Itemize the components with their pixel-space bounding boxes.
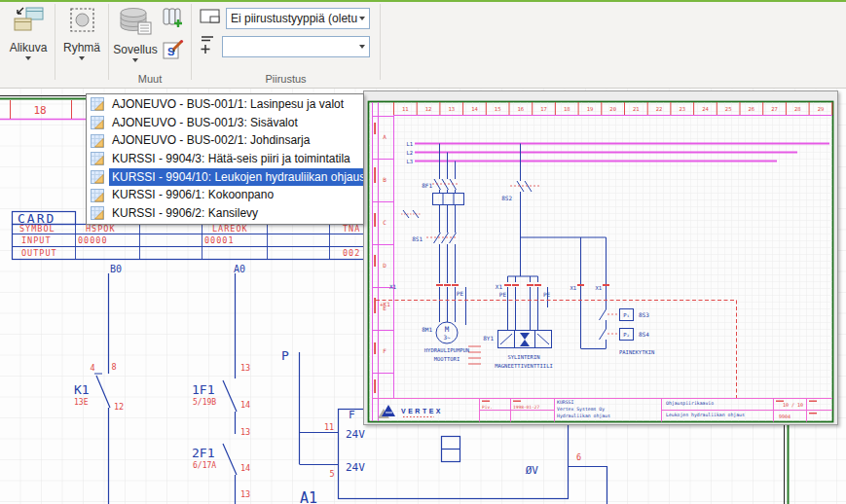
titleblock-title: Leukojen hydrauliikan ohjaus [666,413,745,417]
drawing-document-icon [91,189,104,202]
card-cell: INPUT [21,235,52,245]
edit-script-button[interactable]: S [160,39,185,64]
titleblock-company: Hydrauliikan ohjaus [557,414,610,418]
preview-ruler-number: 20 [609,106,616,112]
motor-caption: HYDRAULIPUMPUN [424,347,469,353]
accent-line [0,0,846,2]
preview-ruler-number: 21 [633,106,640,112]
component-label-8f1: 8F1 [422,182,432,189]
group-caption-muut: Muut [111,73,189,85]
alikuva-button-label: Alikuva [10,41,48,54]
pressure-symbol-p1: P₁ [623,312,630,318]
list-item[interactable]: AJONEUVO - BUS-001/1: Lasinpesu ja valot [87,95,363,114]
preview-ruler-number: 29 [818,106,825,112]
list-item[interactable]: KURSSI - 9906/1: Kokoonpano [87,186,363,204]
terminal-number: 6 [576,452,581,462]
titleblock-date: 1998-01-27 [513,405,539,410]
terminal-number: 14 [240,400,250,410]
preview-ruler-number: 12 [425,106,432,112]
titleblock-company: KURSSI [557,400,573,405]
pe-label: PE [457,290,464,297]
terminal-number: 13 [240,489,250,499]
motor-symbol-m: M [445,325,450,334]
drawing-preview-popup[interactable]: 11121314151617181920212223242526272829 A… [363,90,838,425]
contact-label-1f1: 1F1 [192,382,214,397]
drawing-document-icon [91,152,104,165]
preview-ruler-number: 14 [471,106,478,112]
terminal-number: 12 [114,402,124,412]
group-separator [380,4,381,80]
sovellus-button-label: Sovellus [113,43,157,56]
terminal-number: 8 [111,362,116,372]
list-item[interactable]: KURSSI - 9904/10: Leukojen hydrauliikan … [87,168,363,187]
contact-label-k1: K1 [74,382,90,397]
preview-ruler-number: 18 [564,106,570,112]
bus-label: L3 [406,159,413,164]
drawing-combobox[interactable] [222,36,370,57]
row-letter: C [383,219,386,226]
preview-ruler-number: 13 [448,106,455,112]
supply-label-24v: 24V [346,461,365,474]
pressure-symbol-p2: P₂ [623,332,630,338]
drawing-document-icon [91,134,104,148]
preview-ruler-number: 19 [587,106,594,112]
drawing-sheet-icon [200,9,221,28]
card-cell: HSPOK [86,224,116,234]
alikuva-button[interactable]: Alikuva [4,0,53,60]
preview-ruler-number: 25 [725,106,732,112]
list-item[interactable]: AJONEUVO - BUS-002/1: Johdinsarja [87,131,363,150]
component-label-8s2: 8S2 [501,195,512,201]
add-database-icon [161,7,184,34]
valve-caption: SYLINTERIN [507,354,539,360]
drawing-select-list: AJONEUVO - BUS-001/1: Lasinpesu ja valot… [86,93,364,225]
chevron-down-icon [132,58,138,62]
list-item-label: AJONEUVO - BUS-001/1: Lasinpesu ja valot [109,95,363,113]
ribbon-group-alikuva: Alikuva [4,0,53,86]
add-line-icon [200,34,217,59]
terminal-strip-label: X1 [389,283,397,290]
card-cell: LAREOK [212,224,248,234]
group-selection-icon [67,6,96,39]
component-label-8s3: 8S3 [639,311,649,318]
preview-ruler-number: 11 [402,106,409,112]
list-item[interactable]: KURSSI - 9904/3: Hätä-seis piiri ja toim… [87,150,363,168]
pressure-caption: PAINEKYTKIN [619,349,654,355]
enclosure-label: +K1 [380,301,390,307]
edit-script-icon: S [161,38,184,65]
contact-label-2f1: 2F1 [192,446,214,460]
preview-ruler-number: 24 [702,106,709,112]
list-item[interactable]: AJONEUVO - BUS-001/3: Sisävalot [87,114,363,132]
terminal-number: 13 [240,363,250,373]
list-item[interactable]: KURSSI - 9906/2: Kansilevy [87,204,363,223]
supply-label-0v: ØV [526,464,539,477]
group-separator [108,4,109,80]
contact-ref-k1: 13E [74,398,89,407]
sovellus-button[interactable]: Sovellus [111,0,160,62]
component-label-8m1: 8M1 [422,326,432,333]
card-cell: SYMBOL [19,224,55,234]
terminal-strip-label: X1 [496,283,503,290]
ribbon-toolbar: Alikuva Ryhmä [0,0,846,89]
preview-ruler-number: 23 [679,106,685,112]
card-cell: OUTPUT [21,248,57,258]
pe-label: PE [499,291,507,298]
vertex-logo-text: VERTEX [401,408,443,414]
device-label-a1: A1 [300,489,317,504]
ryhma-button[interactable]: Ryhmä [57,0,106,60]
ribbon-group-ryhma: Ryhmä [57,0,106,86]
chevron-down-icon [359,45,365,49]
terminal-strip-label: X1 [570,285,576,291]
preview-ruler-number: 16 [518,106,525,112]
preview-ruler-number: 15 [495,106,501,112]
preview-ruler-number: 26 [749,106,755,112]
terminal-number: 13 [240,427,250,437]
wire-label-p: P [281,348,289,363]
contact-ref-2f1: 6/17A [193,461,216,470]
add-database-button[interactable] [160,8,185,33]
subpicture-icon [12,6,45,39]
wire-label-b0: B0 [110,264,122,274]
motor-symbol-phase: 3~ [443,334,451,341]
chevron-down-icon [25,56,31,60]
list-item-label: AJONEUVO - BUS-002/1: Johdinsarja [109,132,363,150]
drawing-type-combobox[interactable]: Ei piirustustyyppiä (oletu [226,8,370,29]
